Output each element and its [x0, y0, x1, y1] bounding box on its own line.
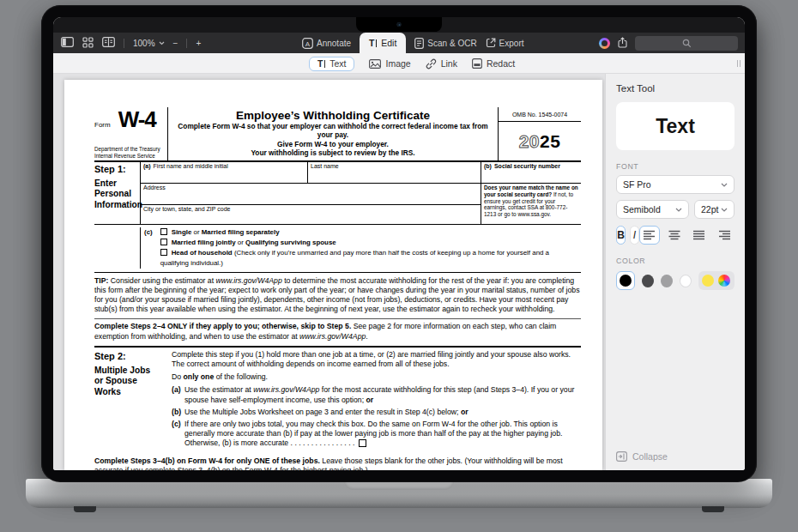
scan-ocr-icon	[414, 38, 424, 49]
city-state-zip-field[interactable]: City or town, state, and ZIP code	[141, 205, 481, 224]
tool-redact[interactable]: Redact	[472, 58, 515, 69]
panel-title: Text Tool	[616, 83, 735, 94]
step2-do-only-one: Do only one of the following.	[172, 372, 581, 382]
form-subtitle-2: Give Form W-4 to your employer.	[172, 140, 494, 148]
tab-edit[interactable]: T Edit	[360, 33, 406, 53]
filing-status-row: (c) Single or Married filing separately …	[94, 225, 581, 273]
color-swatch-black[interactable]	[616, 271, 635, 290]
tool-text[interactable]: T Text	[309, 57, 354, 71]
step2-label: Step 2:	[94, 351, 172, 362]
color-extra-group	[698, 271, 735, 290]
step2-option-b: (b) Use the Multiple Jobs Worksheet on p…	[172, 408, 581, 417]
laptop-foot	[74, 506, 96, 512]
steps-2-4-paragraph: Complete Steps 2–4 ONLY if they apply to…	[94, 318, 581, 347]
step1-section: Step 1: Enter Personal Information (a)Fi…	[94, 162, 581, 225]
share-icon[interactable]	[618, 37, 627, 50]
search-input[interactable]	[635, 36, 738, 51]
c-tag: (c)	[144, 227, 153, 269]
bold-button[interactable]: B	[616, 226, 626, 245]
color-section-label: COLOR	[616, 257, 735, 265]
omb-number: OMB No. 1545-0074	[499, 107, 581, 122]
tab-export[interactable]: Export	[486, 38, 524, 48]
search-icon	[682, 39, 692, 48]
tool-link[interactable]: Link	[426, 58, 457, 70]
image-icon	[369, 59, 381, 69]
tab-scan-ocr[interactable]: Scan & OCR	[414, 38, 476, 49]
ssn-field[interactable]: (b)Social security number	[481, 162, 581, 184]
checkbox-head-of-household[interactable]	[160, 249, 167, 256]
form-number: W-4	[118, 106, 156, 132]
laptop-base	[26, 479, 772, 508]
zoom-level-value: 100%	[133, 39, 155, 48]
collapse-panel-button[interactable]: Collapse	[616, 451, 668, 462]
link-icon	[426, 58, 437, 70]
align-justify-button[interactable]	[689, 226, 710, 245]
form-word: Form	[94, 121, 111, 129]
color-swatch-dark-gray[interactable]	[642, 275, 654, 287]
filing-status-option: Married filing jointly or Qualifying sur…	[160, 238, 579, 248]
thumbnails-grid-icon[interactable]	[82, 37, 94, 50]
step2-paragraph: Complete this step if you (1) hold more …	[172, 350, 581, 369]
checkbox-two-jobs[interactable]	[359, 439, 366, 447]
address-field[interactable]: Address	[141, 184, 481, 205]
color-swatch-white[interactable]	[680, 275, 692, 287]
app-toolbar: 100% − + A Annotate T Edit Scan & OCR E	[53, 33, 745, 53]
font-weight-select[interactable]: Semibold	[616, 200, 689, 219]
color-swatch-gray[interactable]	[661, 275, 673, 287]
align-center-button[interactable]	[664, 226, 685, 245]
export-icon	[486, 38, 496, 48]
tool-image[interactable]: Image	[369, 58, 410, 69]
align-center-icon	[668, 230, 680, 240]
font-size-value: 22pt	[701, 204, 718, 215]
color-wheel-picker[interactable]	[718, 275, 730, 287]
form-year: 2025	[499, 122, 581, 160]
checkbox-single[interactable]	[160, 228, 167, 235]
filing-status-option: Head of household (Check only if you’re …	[160, 248, 579, 269]
step1-sublabel: Enter Personal Information	[94, 178, 140, 211]
text-tool-panel: Text Tool Text FONT SF Pro Semibold 22pt	[605, 74, 745, 470]
redact-icon	[472, 58, 482, 69]
filing-status-option: Single or Married filing separately	[160, 227, 579, 238]
zoom-in-button[interactable]: +	[196, 39, 201, 48]
form-header: FormW-4 Department of the Treasury Inter…	[94, 107, 581, 162]
last-name-field[interactable]: Last name	[307, 162, 481, 183]
align-left-button[interactable]	[639, 226, 660, 245]
text-cursor-icon: T	[317, 58, 325, 69]
chevron-down-icon	[159, 41, 165, 45]
first-name-field[interactable]: (a)First name and middle initial	[141, 162, 307, 183]
camera	[397, 22, 402, 27]
collapse-icon	[616, 451, 627, 462]
italic-button[interactable]: I	[630, 226, 639, 245]
zoom-level-dropdown[interactable]: 100%	[133, 39, 165, 48]
w4-form-page[interactable]: FormW-4 Department of the Treasury Inter…	[64, 80, 602, 470]
reader-view-icon[interactable]	[102, 37, 115, 49]
font-family-value: SF Pro	[623, 179, 651, 190]
annotate-icon: A	[302, 38, 313, 49]
camera-notch	[356, 17, 442, 32]
toolbar-scroll-indicator[interactable]	[737, 60, 741, 67]
align-right-icon	[718, 230, 730, 240]
chevron-down-icon	[675, 208, 682, 212]
chevron-down-icon	[721, 183, 728, 187]
svg-text:A: A	[305, 39, 311, 47]
dept-line1: Department of the Treasury	[94, 146, 165, 153]
form-title: Employee’s Withholding Certificate	[172, 109, 494, 122]
step1-label: Step 1:	[94, 164, 140, 175]
step2-option-c: (c) If there are only two jobs total, yo…	[172, 420, 581, 449]
text-style-preview[interactable]: Text	[616, 102, 735, 150]
tip-paragraph: TIP: Consider using the estimator at www…	[94, 273, 581, 319]
font-family-select[interactable]: SF Pro	[616, 175, 735, 194]
checkbox-married-jointly[interactable]	[160, 239, 167, 245]
ai-assistant-icon[interactable]	[599, 38, 610, 49]
sidebar-toggle-icon[interactable]	[61, 37, 74, 49]
laptop-screen: 100% − + A Annotate T Edit Scan & OCR E	[53, 17, 745, 470]
zoom-out-button[interactable]: −	[173, 39, 178, 48]
color-swatch-yellow[interactable]	[702, 275, 714, 287]
align-left-icon	[644, 230, 656, 240]
laptop-foot	[702, 506, 724, 512]
document-area[interactable]: FormW-4 Department of the Treasury Inter…	[53, 74, 605, 470]
step2-option-a: (a) Use the estimator at www.irs.gov/W4A…	[172, 385, 581, 404]
tab-annotate[interactable]: A Annotate	[302, 38, 351, 49]
font-size-select[interactable]: 22pt	[694, 200, 735, 219]
align-right-button[interactable]	[714, 226, 735, 245]
